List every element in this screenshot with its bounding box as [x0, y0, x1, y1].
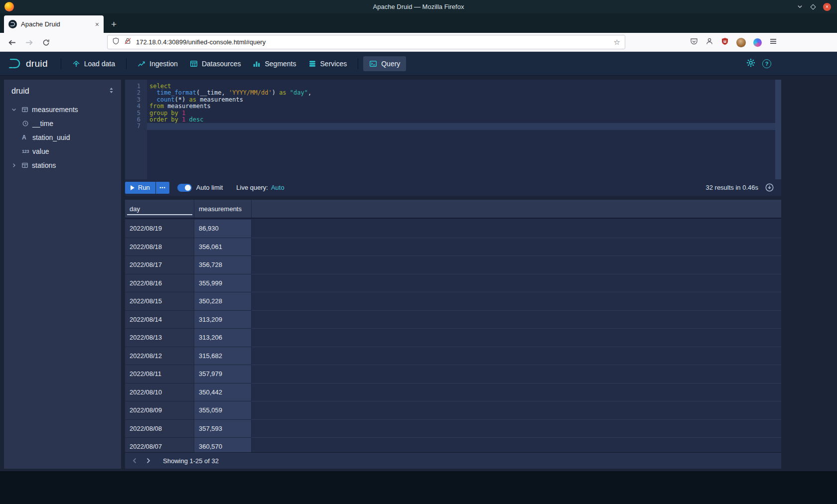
- druid-logo[interactable]: druid: [8, 57, 48, 70]
- shield-icon[interactable]: [112, 37, 120, 47]
- table-row[interactable]: 2022/08/09355,059: [125, 401, 781, 420]
- row-filler: [252, 383, 781, 402]
- table-row[interactable]: 2022/08/16355,999: [125, 274, 781, 293]
- query-icon: [369, 60, 377, 68]
- ublock-icon[interactable]: u: [721, 37, 729, 47]
- row-filler: [252, 311, 781, 329]
- help-button[interactable]: ?: [762, 59, 771, 68]
- url-bar[interactable]: 172.18.0.4:30899/unified-console.html#qu…: [107, 35, 625, 49]
- nav-label: Services: [320, 60, 347, 68]
- table-row[interactable]: 2022/08/11357,979: [125, 365, 781, 383]
- table-row[interactable]: 2022/08/13313,206: [125, 329, 781, 347]
- row-filler: [252, 220, 781, 238]
- string-type-icon: A: [22, 134, 32, 141]
- cell-day[interactable]: 2022/08/15: [125, 292, 194, 311]
- table-row[interactable]: 2022/08/08357,593: [125, 420, 781, 438]
- tree-label: measurements: [32, 106, 78, 114]
- sql-editor[interactable]: 1234567 select time_format(__time, 'YYYY…: [125, 80, 781, 179]
- app-body: druid measurements: [0, 76, 837, 471]
- table-row[interactable]: 2022/08/14313,209: [125, 311, 781, 329]
- cell-day[interactable]: 2022/08/17: [125, 256, 194, 274]
- window-maximize-button[interactable]: [811, 5, 815, 9]
- menu-button[interactable]: [769, 37, 777, 47]
- nav-services[interactable]: Services: [302, 56, 353, 71]
- cell-day[interactable]: 2022/08/12: [125, 347, 194, 366]
- run-button[interactable]: Run: [125, 182, 155, 194]
- nav-load-data[interactable]: Load data: [66, 56, 121, 71]
- next-page-button[interactable]: [141, 454, 154, 467]
- insecure-lock-icon[interactable]: [124, 37, 132, 47]
- tab-close-button[interactable]: ×: [95, 20, 99, 28]
- reload-button[interactable]: [42, 33, 50, 52]
- table-row[interactable]: 2022/08/18356,061: [125, 238, 781, 256]
- editor-code[interactable]: select time_format(__time, 'YYYY/MM/dd')…: [147, 80, 775, 179]
- cell-measurements[interactable]: 313,209: [194, 311, 252, 329]
- cell-day[interactable]: 2022/08/18: [125, 238, 194, 256]
- nav-query[interactable]: Query: [363, 56, 406, 71]
- cell-measurements[interactable]: 350,228: [194, 292, 252, 311]
- new-tab-button[interactable]: +: [111, 19, 117, 29]
- cell-day[interactable]: 2022/08/16: [125, 274, 194, 293]
- tree-item-time[interactable]: __time: [4, 117, 121, 130]
- table-row[interactable]: 2022/08/10350,442: [125, 383, 781, 402]
- pagination-info: Showing 1-25 of 32: [163, 457, 219, 465]
- profile-avatar[interactable]: [736, 38, 746, 47]
- auto-limit-toggle[interactable]: [177, 184, 192, 192]
- download-icon[interactable]: [765, 183, 774, 192]
- chevron-right-icon[interactable]: [11, 162, 21, 168]
- table-row[interactable]: 2022/08/15350,228: [125, 292, 781, 311]
- tree-item-stations[interactable]: stations: [4, 158, 121, 172]
- pocket-icon[interactable]: [690, 37, 698, 47]
- cell-measurements[interactable]: 357,979: [194, 365, 252, 383]
- column-header-day[interactable]: day: [125, 200, 194, 218]
- chevron-down-icon[interactable]: [11, 107, 21, 113]
- brand-text: druid: [26, 58, 48, 69]
- table-row[interactable]: 2022/08/1986,930: [125, 220, 781, 238]
- cell-measurements[interactable]: 86,930: [194, 220, 252, 238]
- tree-item-measurements[interactable]: measurements: [4, 103, 121, 117]
- table-row[interactable]: 2022/08/17356,728: [125, 256, 781, 274]
- nav-segments[interactable]: Segments: [247, 56, 302, 71]
- row-filler: [252, 238, 781, 256]
- cell-measurements[interactable]: 357,593: [194, 420, 252, 438]
- cell-measurements[interactable]: 313,206: [194, 329, 252, 347]
- table-row[interactable]: 2022/08/12315,682: [125, 347, 781, 366]
- cell-measurements[interactable]: 360,570: [194, 438, 252, 452]
- cell-day[interactable]: 2022/08/13: [125, 329, 194, 347]
- cell-day[interactable]: 2022/08/11: [125, 365, 194, 383]
- editor-scrollbar[interactable]: [775, 80, 781, 179]
- bookmark-star-icon[interactable]: ☆: [614, 38, 620, 46]
- prev-page-button[interactable]: [129, 454, 141, 467]
- firefox-logo-icon: [4, 2, 14, 11]
- column-header-measurements[interactable]: measurements: [194, 200, 252, 218]
- back-button[interactable]: [8, 33, 16, 52]
- table-row[interactable]: 2022/08/07360,570: [125, 438, 781, 452]
- cell-measurements[interactable]: 356,061: [194, 238, 252, 256]
- cell-day[interactable]: 2022/08/14: [125, 311, 194, 329]
- cell-measurements[interactable]: 350,442: [194, 383, 252, 402]
- nav-ingestion[interactable]: Ingestion: [132, 56, 184, 71]
- more-options-button[interactable]: •••: [156, 182, 169, 194]
- svg-text:u: u: [723, 39, 726, 44]
- cell-measurements[interactable]: 315,682: [194, 347, 252, 366]
- account-icon[interactable]: [705, 37, 713, 47]
- extension-icon[interactable]: [753, 38, 762, 47]
- cell-measurements[interactable]: 356,728: [194, 256, 252, 274]
- double-caret-icon[interactable]: [108, 87, 115, 96]
- tree-item-station-uuid[interactable]: A station_uuid: [4, 130, 121, 144]
- forward-button[interactable]: [25, 33, 33, 52]
- browser-tab[interactable]: Apache Druid ×: [4, 15, 104, 33]
- window-minimize-button[interactable]: [797, 3, 803, 10]
- cell-day[interactable]: 2022/08/19: [125, 220, 194, 238]
- cell-day[interactable]: 2022/08/10: [125, 383, 194, 402]
- live-query-value[interactable]: Auto: [271, 184, 284, 191]
- nav-datasources[interactable]: Datasources: [184, 56, 247, 71]
- tree-item-value[interactable]: 123 value: [4, 144, 121, 158]
- cell-measurements[interactable]: 355,059: [194, 401, 252, 420]
- cell-day[interactable]: 2022/08/08: [125, 420, 194, 438]
- cell-measurements[interactable]: 355,999: [194, 274, 252, 293]
- cell-day[interactable]: 2022/08/07: [125, 438, 194, 452]
- cell-day[interactable]: 2022/08/09: [125, 401, 194, 420]
- settings-gear-button[interactable]: [746, 58, 755, 69]
- window-close-button[interactable]: ×: [823, 3, 831, 11]
